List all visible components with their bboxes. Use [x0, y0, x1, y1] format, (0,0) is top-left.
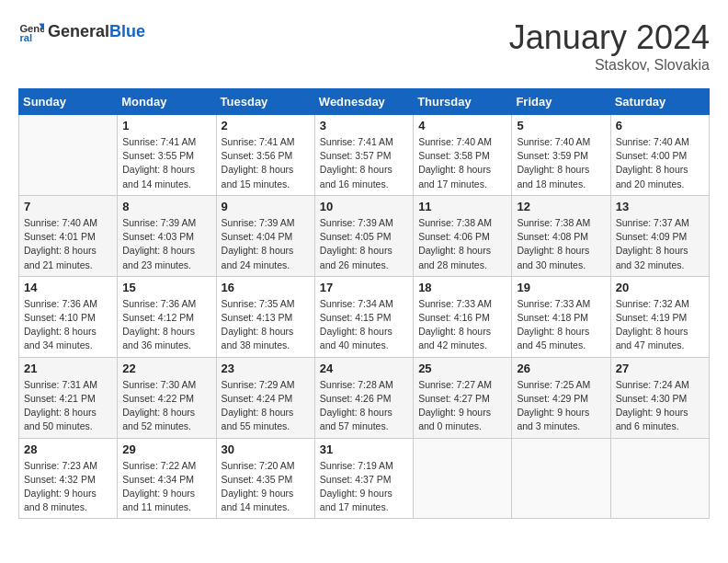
calendar-cell: 27Sunrise: 7:24 AM Sunset: 4:30 PM Dayli…	[610, 357, 709, 438]
calendar-cell	[19, 115, 118, 196]
day-number: 11	[418, 200, 506, 213]
day-number: 25	[418, 362, 506, 375]
day-number: 22	[122, 362, 210, 375]
calendar-cell: 26Sunrise: 7:25 AM Sunset: 4:29 PM Dayli…	[512, 357, 610, 438]
calendar-cell: 11Sunrise: 7:38 AM Sunset: 4:06 PM Dayli…	[414, 195, 512, 276]
day-number: 16	[222, 281, 310, 294]
day-info: Sunrise: 7:31 AM Sunset: 4:21 PM Dayligh…	[24, 378, 112, 434]
day-number: 1	[122, 119, 210, 132]
calendar-cell: 12Sunrise: 7:38 AM Sunset: 4:08 PM Dayli…	[512, 195, 610, 276]
day-info: Sunrise: 7:25 AM Sunset: 4:29 PM Dayligh…	[517, 378, 605, 434]
week-row-1: 1Sunrise: 7:41 AM Sunset: 3:55 PM Daylig…	[19, 115, 710, 196]
calendar-cell: 14Sunrise: 7:36 AM Sunset: 4:10 PM Dayli…	[19, 276, 118, 357]
week-row-2: 7Sunrise: 7:40 AM Sunset: 4:01 PM Daylig…	[19, 195, 710, 276]
calendar-cell	[610, 438, 709, 519]
col-header-wednesday: Wednesday	[314, 89, 413, 115]
calendar-cell: 4Sunrise: 7:40 AM Sunset: 3:58 PM Daylig…	[414, 115, 512, 196]
logo-icon: Gene ral	[18, 18, 44, 44]
day-number: 23	[222, 362, 310, 375]
day-number: 17	[320, 281, 408, 294]
day-number: 30	[222, 442, 310, 456]
day-info: Sunrise: 7:41 AM Sunset: 3:55 PM Dayligh…	[122, 135, 210, 191]
calendar-cell: 31Sunrise: 7:19 AM Sunset: 4:37 PM Dayli…	[314, 438, 413, 519]
col-header-tuesday: Tuesday	[216, 89, 314, 115]
day-number: 12	[517, 200, 605, 213]
logo-blue: Blue	[109, 22, 145, 41]
calendar-subtitle: Staskov, Slovakia	[509, 57, 710, 74]
col-header-friday: Friday	[512, 89, 610, 115]
day-info: Sunrise: 7:33 AM Sunset: 4:18 PM Dayligh…	[517, 297, 605, 353]
day-info: Sunrise: 7:35 AM Sunset: 4:13 PM Dayligh…	[222, 297, 310, 353]
calendar-cell: 23Sunrise: 7:29 AM Sunset: 4:24 PM Dayli…	[216, 357, 314, 438]
day-number: 9	[222, 200, 310, 213]
page-header: Gene ral GeneralBlue January 2024 Stasko…	[18, 18, 710, 74]
calendar-cell: 20Sunrise: 7:32 AM Sunset: 4:19 PM Dayli…	[610, 276, 709, 357]
calendar-cell: 1Sunrise: 7:41 AM Sunset: 3:55 PM Daylig…	[118, 115, 216, 196]
calendar-cell: 6Sunrise: 7:40 AM Sunset: 4:00 PM Daylig…	[610, 115, 709, 196]
calendar-cell	[414, 438, 512, 519]
day-info: Sunrise: 7:27 AM Sunset: 4:27 PM Dayligh…	[418, 378, 506, 434]
day-info: Sunrise: 7:37 AM Sunset: 4:09 PM Dayligh…	[616, 216, 704, 272]
day-number: 3	[320, 119, 408, 132]
svg-text:ral: ral	[19, 32, 32, 43]
day-info: Sunrise: 7:39 AM Sunset: 4:03 PM Dayligh…	[122, 216, 210, 272]
day-info: Sunrise: 7:28 AM Sunset: 4:26 PM Dayligh…	[320, 378, 408, 434]
day-info: Sunrise: 7:24 AM Sunset: 4:30 PM Dayligh…	[616, 378, 704, 434]
calendar-cell: 7Sunrise: 7:40 AM Sunset: 4:01 PM Daylig…	[19, 195, 118, 276]
calendar-cell: 18Sunrise: 7:33 AM Sunset: 4:16 PM Dayli…	[414, 276, 512, 357]
calendar-cell: 24Sunrise: 7:28 AM Sunset: 4:26 PM Dayli…	[314, 357, 413, 438]
day-info: Sunrise: 7:23 AM Sunset: 4:32 PM Dayligh…	[24, 459, 112, 515]
calendar-table: SundayMondayTuesdayWednesdayThursdayFrid…	[18, 88, 710, 519]
day-number: 29	[122, 442, 210, 456]
day-number: 6	[616, 119, 704, 132]
day-number: 19	[517, 281, 605, 294]
day-info: Sunrise: 7:36 AM Sunset: 4:10 PM Dayligh…	[24, 297, 112, 353]
day-number: 4	[418, 119, 506, 132]
calendar-cell: 21Sunrise: 7:31 AM Sunset: 4:21 PM Dayli…	[19, 357, 118, 438]
day-number: 28	[24, 442, 112, 456]
col-header-monday: Monday	[118, 89, 216, 115]
day-info: Sunrise: 7:38 AM Sunset: 4:06 PM Dayligh…	[418, 216, 506, 272]
calendar-cell: 28Sunrise: 7:23 AM Sunset: 4:32 PM Dayli…	[19, 438, 118, 519]
column-header-row: SundayMondayTuesdayWednesdayThursdayFrid…	[19, 89, 710, 115]
day-info: Sunrise: 7:41 AM Sunset: 3:57 PM Dayligh…	[320, 135, 408, 191]
day-info: Sunrise: 7:40 AM Sunset: 3:59 PM Dayligh…	[517, 135, 605, 191]
calendar-cell: 22Sunrise: 7:30 AM Sunset: 4:22 PM Dayli…	[118, 357, 216, 438]
day-info: Sunrise: 7:41 AM Sunset: 3:56 PM Dayligh…	[222, 135, 310, 191]
calendar-cell: 30Sunrise: 7:20 AM Sunset: 4:35 PM Dayli…	[216, 438, 314, 519]
calendar-cell: 10Sunrise: 7:39 AM Sunset: 4:05 PM Dayli…	[314, 195, 413, 276]
day-info: Sunrise: 7:40 AM Sunset: 4:00 PM Dayligh…	[616, 135, 704, 191]
col-header-thursday: Thursday	[414, 89, 512, 115]
calendar-cell: 3Sunrise: 7:41 AM Sunset: 3:57 PM Daylig…	[314, 115, 413, 196]
week-row-5: 28Sunrise: 7:23 AM Sunset: 4:32 PM Dayli…	[19, 438, 710, 519]
day-info: Sunrise: 7:19 AM Sunset: 4:37 PM Dayligh…	[320, 459, 408, 515]
day-info: Sunrise: 7:40 AM Sunset: 4:01 PM Dayligh…	[24, 216, 112, 272]
week-row-4: 21Sunrise: 7:31 AM Sunset: 4:21 PM Dayli…	[19, 357, 710, 438]
day-number: 24	[320, 362, 408, 375]
calendar-title: January 2024	[509, 18, 710, 57]
calendar-cell: 9Sunrise: 7:39 AM Sunset: 4:04 PM Daylig…	[216, 195, 314, 276]
day-number: 21	[24, 362, 112, 375]
day-info: Sunrise: 7:30 AM Sunset: 4:22 PM Dayligh…	[122, 378, 210, 434]
day-info: Sunrise: 7:36 AM Sunset: 4:12 PM Dayligh…	[122, 297, 210, 353]
day-number: 14	[24, 281, 112, 294]
day-info: Sunrise: 7:39 AM Sunset: 4:04 PM Dayligh…	[222, 216, 310, 272]
day-number: 5	[517, 119, 605, 132]
calendar-cell	[512, 438, 610, 519]
calendar-cell: 17Sunrise: 7:34 AM Sunset: 4:15 PM Dayli…	[314, 276, 413, 357]
day-number: 18	[418, 281, 506, 294]
col-header-saturday: Saturday	[610, 89, 709, 115]
day-info: Sunrise: 7:40 AM Sunset: 3:58 PM Dayligh…	[418, 135, 506, 191]
day-info: Sunrise: 7:32 AM Sunset: 4:19 PM Dayligh…	[616, 297, 704, 353]
day-number: 26	[517, 362, 605, 375]
day-info: Sunrise: 7:33 AM Sunset: 4:16 PM Dayligh…	[418, 297, 506, 353]
day-number: 8	[122, 200, 210, 213]
day-info: Sunrise: 7:29 AM Sunset: 4:24 PM Dayligh…	[222, 378, 310, 434]
day-number: 7	[24, 200, 112, 213]
day-info: Sunrise: 7:34 AM Sunset: 4:15 PM Dayligh…	[320, 297, 408, 353]
day-number: 20	[616, 281, 704, 294]
calendar-cell: 29Sunrise: 7:22 AM Sunset: 4:34 PM Dayli…	[118, 438, 216, 519]
day-number: 2	[222, 119, 310, 132]
calendar-cell: 8Sunrise: 7:39 AM Sunset: 4:03 PM Daylig…	[118, 195, 216, 276]
day-number: 13	[616, 200, 704, 213]
